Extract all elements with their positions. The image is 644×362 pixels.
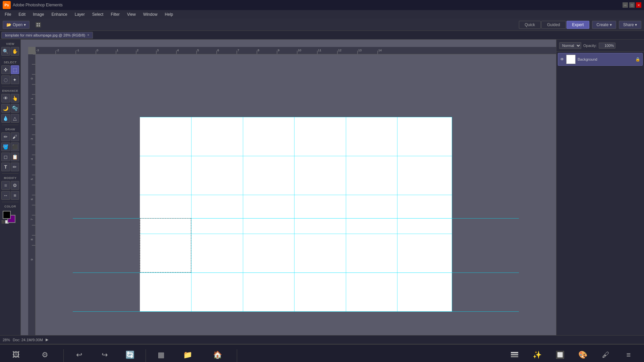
opacity-label: Opacity: (583, 44, 597, 48)
bottom-tool-graphics[interactable]: 🖋 Graphics (596, 348, 616, 362)
menu-edit[interactable]: Edit (15, 11, 29, 18)
sharpen-tool[interactable]: △ (11, 114, 19, 123)
gradient-tool[interactable]: ⬛ (11, 142, 19, 151)
marquee-tool[interactable]: ⬚ (11, 65, 19, 74)
svg-rect-3 (37, 25, 38, 26)
tool-options-icon: ⚙ (39, 349, 51, 361)
paint-bucket-tool[interactable]: 🪣 (1, 142, 10, 151)
lasso-tool[interactable]: ◌ (1, 75, 10, 84)
bottom-tool-effects[interactable]: ✨ Effects (527, 348, 547, 362)
bottom-tool-layers[interactable]: Layers (504, 348, 525, 362)
hand-tool[interactable]: ✋ (11, 47, 19, 56)
layer-delete-icon[interactable]: 🔒 (635, 57, 640, 62)
blur-tool2[interactable]: ✏ (11, 163, 19, 171)
grid-v-5 (452, 117, 452, 311)
maximize-button[interactable]: □ (629, 2, 635, 8)
magic-wand-tool[interactable]: ✦ (11, 75, 19, 84)
menu-enhance[interactable]: Enhance (48, 11, 70, 18)
doc-tab-main[interactable]: template for mini albumpage.jpg @ 28% (R… (1, 32, 93, 39)
layer-visibility-icon[interactable]: 👁 (560, 57, 564, 62)
blend-mode-select[interactable]: Normal (559, 42, 581, 49)
blur-tool[interactable]: 💧 (1, 114, 10, 123)
bottom-tool-options[interactable]: ⚙ Tool Options (32, 348, 58, 362)
opacity-input[interactable] (599, 43, 615, 49)
svg-text:6: 6 (217, 49, 219, 52)
top-toolbar: 📂 Open ▾ Quick Guided Expert Create ▾ Sh… (0, 19, 644, 31)
bottom-right-tools: Layers ✨ Effects 🔲 Filters 🎨 Styles 🖋 Gr… (504, 348, 639, 362)
grid-v-0 (191, 117, 192, 311)
svg-text:-2: -2 (56, 49, 59, 52)
liquify-tool[interactable]: ≡ (11, 191, 19, 200)
select-tools-2: ◌ ✦ (0, 75, 20, 85)
layer-item-background[interactable]: 👁 Background 🔒 (558, 53, 643, 66)
svg-text:8: 8 (258, 49, 259, 52)
svg-text:4: 4 (30, 158, 34, 160)
clone-stamp-tool[interactable]: 📋 (11, 153, 19, 161)
svg-text:5: 5 (30, 178, 34, 180)
grid-h-2 (140, 195, 452, 195)
svg-text:5: 5 (197, 49, 199, 52)
toolbar-icons (35, 21, 42, 28)
sponge-tool[interactable]: 🫧 (11, 104, 19, 113)
foreground-color[interactable] (3, 211, 11, 219)
menu-help[interactable]: Help (161, 11, 176, 18)
mode-quick[interactable]: Quick (519, 21, 541, 29)
modify-tools-1: ⌗ ⚙ (0, 180, 20, 190)
mode-guided[interactable]: Guided (541, 21, 566, 29)
menu-view[interactable]: View (124, 11, 139, 18)
menu-filter[interactable]: Filter (107, 11, 123, 18)
brush-tool[interactable]: ✏ (1, 132, 10, 141)
share-button[interactable]: Share ▾ (619, 21, 641, 29)
grid-h-ext-3 (73, 311, 519, 312)
pencil-tool[interactable]: 🖌 (11, 132, 19, 141)
svg-text:1: 1 (117, 49, 118, 52)
bottom-tool-organizer[interactable]: 📁 Organizer (177, 348, 198, 362)
open-button[interactable]: 📂 Open ▾ (3, 21, 30, 29)
bottom-tool-rotate[interactable]: 🔄 Rotate (120, 348, 140, 362)
zoom-tool[interactable]: 🔍 (1, 47, 10, 56)
bottom-tool-photo-bin[interactable]: 🖼 Photo Bin (5, 348, 27, 362)
menu-file[interactable]: File (1, 11, 14, 18)
bottom-tool-more[interactable]: ≡ More (619, 348, 639, 362)
text-tool[interactable]: T (1, 163, 10, 171)
svg-text:1: 1 (30, 98, 34, 100)
home-screen-icon: 🏠 (212, 349, 224, 361)
eraser-tool[interactable]: ◻ (1, 153, 10, 161)
canvas-area[interactable]: -3 -2 -1 0 1 2 3 4 5 (21, 40, 556, 335)
color-swatches[interactable]: ⬛⬜ (0, 209, 20, 222)
ruler-left: 0 1 2 3 4 5 6 (28, 54, 36, 335)
grid-v-2 (294, 117, 294, 311)
minimize-button[interactable]: ─ (623, 2, 628, 8)
transform-tool[interactable]: ⚙ (11, 181, 19, 190)
canvas-document[interactable] (140, 117, 452, 311)
bottom-toolbar: 🖼 Photo Bin ⚙ Tool Options ↩ Undo ↪ Redo… (0, 344, 644, 362)
create-button[interactable]: Create ▾ (592, 21, 616, 29)
close-button[interactable]: ✕ (636, 2, 641, 8)
crop-tool[interactable]: ⌗ (1, 181, 10, 190)
bottom-tool-filters[interactable]: 🔲 Filters (550, 348, 570, 362)
menu-select[interactable]: Select (89, 11, 107, 18)
select-tools-1: ✜ ⬚ (0, 65, 20, 75)
bottom-tool-styles[interactable]: 🎨 Styles (573, 348, 593, 362)
mode-expert[interactable]: Expert (567, 21, 590, 29)
smudge-tool[interactable]: 👆 (11, 94, 19, 103)
section-select: SELECT (0, 59, 20, 65)
zoom-level: 28% (3, 338, 10, 342)
bottom-tool-redo[interactable]: ↪ Redo (95, 348, 115, 362)
svg-text:0: 0 (97, 49, 98, 52)
warp-tool[interactable]: ↔ (1, 191, 10, 200)
bottom-tool-undo[interactable]: ↩ Undo (69, 348, 89, 362)
grid-v-3 (346, 117, 346, 311)
bottom-tool-home-screen[interactable]: 🏠 Home Screen (204, 348, 231, 362)
grid-h-4 (140, 234, 452, 234)
menu-window[interactable]: Window (140, 11, 161, 18)
doc-tab-close[interactable]: × (87, 33, 89, 37)
eye-tool[interactable]: 👁 (1, 94, 10, 103)
ruler-top: -3 -2 -1 0 1 2 3 4 5 (36, 47, 556, 54)
graphics-icon: 🖋 (600, 349, 612, 361)
move-tool[interactable]: ✜ (1, 65, 10, 74)
menu-layer[interactable]: Layer (71, 11, 88, 18)
bottom-tool-layout[interactable]: ▦ Layout (151, 348, 171, 362)
menu-image[interactable]: Image (30, 11, 47, 18)
dodge-tool[interactable]: 🌙 (1, 104, 10, 113)
